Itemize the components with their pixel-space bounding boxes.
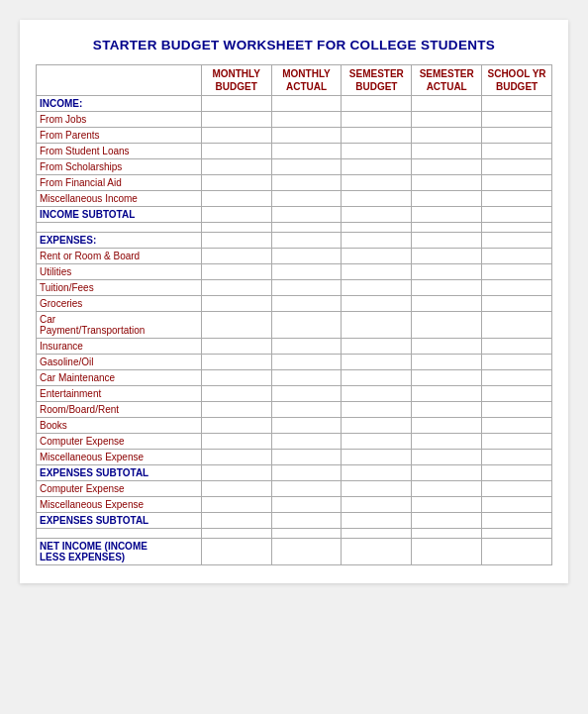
data-cell[interactable] xyxy=(412,191,482,207)
data-cell[interactable] xyxy=(201,159,271,175)
data-cell[interactable] xyxy=(271,386,342,402)
data-cell[interactable] xyxy=(271,144,342,159)
data-cell[interactable] xyxy=(201,481,271,497)
data-cell[interactable] xyxy=(271,497,342,513)
data-cell[interactable] xyxy=(482,465,552,481)
data-cell[interactable] xyxy=(482,144,552,159)
data-cell[interactable] xyxy=(482,481,552,497)
data-cell[interactable] xyxy=(271,191,342,207)
data-cell[interactable] xyxy=(412,434,482,450)
data-cell[interactable] xyxy=(342,144,412,159)
data-cell[interactable] xyxy=(201,450,271,465)
data-cell[interactable] xyxy=(201,418,271,434)
data-cell[interactable] xyxy=(342,465,412,481)
data-cell[interactable] xyxy=(412,249,482,264)
data-cell[interactable] xyxy=(342,355,412,370)
data-cell[interactable] xyxy=(482,434,552,450)
data-cell[interactable] xyxy=(201,539,271,565)
data-cell[interactable] xyxy=(271,339,342,355)
data-cell[interactable] xyxy=(342,539,412,565)
data-cell[interactable] xyxy=(342,249,412,264)
data-cell[interactable] xyxy=(201,312,271,339)
data-cell[interactable] xyxy=(201,144,271,159)
data-cell[interactable] xyxy=(342,280,412,296)
data-cell[interactable] xyxy=(412,465,482,481)
data-cell[interactable] xyxy=(482,339,552,355)
data-cell[interactable] xyxy=(482,355,552,370)
data-cell[interactable] xyxy=(342,497,412,513)
data-cell[interactable] xyxy=(412,207,482,223)
data-cell[interactable] xyxy=(482,370,552,386)
data-cell[interactable] xyxy=(482,497,552,513)
data-cell[interactable] xyxy=(482,386,552,402)
data-cell[interactable] xyxy=(482,96,552,112)
data-cell[interactable] xyxy=(482,296,552,312)
data-cell[interactable] xyxy=(201,339,271,355)
data-cell[interactable] xyxy=(271,175,342,191)
data-cell[interactable] xyxy=(271,402,342,418)
data-cell[interactable] xyxy=(342,112,412,128)
data-cell[interactable] xyxy=(342,513,412,529)
data-cell[interactable] xyxy=(271,128,342,144)
data-cell[interactable] xyxy=(201,402,271,418)
data-cell[interactable] xyxy=(271,481,342,497)
data-cell[interactable] xyxy=(482,128,552,144)
data-cell[interactable] xyxy=(412,264,482,280)
data-cell[interactable] xyxy=(412,144,482,159)
data-cell[interactable] xyxy=(412,280,482,296)
data-cell[interactable] xyxy=(201,497,271,513)
data-cell[interactable] xyxy=(342,233,412,249)
data-cell[interactable] xyxy=(271,513,342,529)
data-cell[interactable] xyxy=(412,513,482,529)
data-cell[interactable] xyxy=(201,296,271,312)
data-cell[interactable] xyxy=(271,280,342,296)
data-cell[interactable] xyxy=(271,418,342,434)
data-cell[interactable] xyxy=(342,339,412,355)
data-cell[interactable] xyxy=(342,264,412,280)
data-cell[interactable] xyxy=(482,249,552,264)
data-cell[interactable] xyxy=(412,402,482,418)
data-cell[interactable] xyxy=(342,207,412,223)
data-cell[interactable] xyxy=(342,450,412,465)
data-cell[interactable] xyxy=(342,402,412,418)
data-cell[interactable] xyxy=(482,191,552,207)
data-cell[interactable] xyxy=(201,112,271,128)
data-cell[interactable] xyxy=(482,312,552,339)
data-cell[interactable] xyxy=(412,418,482,434)
data-cell[interactable] xyxy=(201,128,271,144)
data-cell[interactable] xyxy=(342,386,412,402)
data-cell[interactable] xyxy=(342,159,412,175)
data-cell[interactable] xyxy=(342,312,412,339)
data-cell[interactable] xyxy=(342,175,412,191)
data-cell[interactable] xyxy=(201,386,271,402)
data-cell[interactable] xyxy=(201,280,271,296)
data-cell[interactable] xyxy=(412,386,482,402)
data-cell[interactable] xyxy=(482,402,552,418)
data-cell[interactable] xyxy=(412,497,482,513)
data-cell[interactable] xyxy=(201,264,271,280)
data-cell[interactable] xyxy=(201,96,271,112)
data-cell[interactable] xyxy=(342,191,412,207)
data-cell[interactable] xyxy=(342,128,412,144)
data-cell[interactable] xyxy=(271,312,342,339)
data-cell[interactable] xyxy=(271,370,342,386)
data-cell[interactable] xyxy=(412,159,482,175)
data-cell[interactable] xyxy=(201,434,271,450)
data-cell[interactable] xyxy=(482,450,552,465)
data-cell[interactable] xyxy=(482,539,552,565)
data-cell[interactable] xyxy=(342,296,412,312)
data-cell[interactable] xyxy=(482,175,552,191)
data-cell[interactable] xyxy=(271,434,342,450)
data-cell[interactable] xyxy=(342,370,412,386)
data-cell[interactable] xyxy=(482,159,552,175)
data-cell[interactable] xyxy=(482,233,552,249)
data-cell[interactable] xyxy=(201,191,271,207)
data-cell[interactable] xyxy=(201,233,271,249)
data-cell[interactable] xyxy=(201,355,271,370)
data-cell[interactable] xyxy=(482,112,552,128)
data-cell[interactable] xyxy=(412,481,482,497)
data-cell[interactable] xyxy=(271,465,342,481)
data-cell[interactable] xyxy=(271,112,342,128)
data-cell[interactable] xyxy=(412,370,482,386)
data-cell[interactable] xyxy=(271,249,342,264)
